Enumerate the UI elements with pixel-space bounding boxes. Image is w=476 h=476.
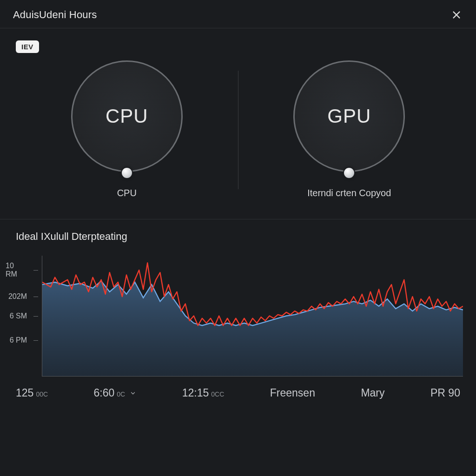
y-tick-label: 202M xyxy=(8,292,27,301)
x-tick-item: 12500C xyxy=(16,387,48,399)
x-tick-label: PR 90 xyxy=(430,387,460,399)
y-axis: 10 RM202M6 SM6 PM xyxy=(6,256,38,377)
x-tick-label: 12:15 xyxy=(182,387,209,399)
gauge-cpu[interactable]: CPU xyxy=(71,60,183,172)
mode-chip[interactable]: IEV xyxy=(16,40,39,53)
y-tick-dash xyxy=(33,316,38,317)
y-tick: 6 PM xyxy=(6,336,38,344)
x-tick-item: PR 90 xyxy=(430,387,460,399)
x-tick-unit: 0CC xyxy=(211,390,224,398)
gauge-label: GPU xyxy=(293,60,405,172)
y-tick: 202M xyxy=(6,292,38,301)
y-tick-label: 6 SM xyxy=(10,312,27,320)
gauge-cpu-cell: CPU CPU xyxy=(16,57,238,198)
x-tick-unit: 00C xyxy=(36,390,48,398)
y-tick-dash xyxy=(33,340,38,341)
close-button[interactable] xyxy=(450,8,463,21)
chart-section: Ideal IXulull Dterpteating 10 RM202M6 SM… xyxy=(0,219,476,399)
y-tick-label: 10 RM xyxy=(6,262,27,278)
gauge-knob[interactable] xyxy=(344,168,354,178)
x-tick-item: Mary xyxy=(361,387,384,399)
y-tick: 6 SM xyxy=(6,312,38,320)
y-tick: 10 RM xyxy=(6,262,38,278)
chevron-down-icon xyxy=(130,387,136,399)
x-tick-label: Mary xyxy=(361,387,384,399)
gauge-gpu[interactable]: GPU xyxy=(293,60,405,172)
gauges-row: CPU CPU GPU Iterndi crten Copyod xyxy=(16,57,460,212)
x-tick-item: 12:150CC xyxy=(182,387,225,399)
window-header: AduisUdeni Hours xyxy=(0,0,476,28)
chart-area: 10 RM202M6 SM6 PM xyxy=(42,256,463,377)
x-tick-item: Freensen xyxy=(270,387,315,399)
chart-svg xyxy=(42,256,463,376)
close-icon xyxy=(451,10,462,20)
x-tick-label: 6:60 xyxy=(94,387,115,399)
x-tick-label: Freensen xyxy=(270,387,315,399)
gauge-caption: Iterndi crten Copyod xyxy=(307,188,391,198)
gauges-panel: IEV CPU CPU GPU Iterndi crten Copyod xyxy=(0,28,476,216)
x-tick-item[interactable]: 6:600C xyxy=(94,387,137,399)
y-tick-label: 6 PM xyxy=(10,336,27,344)
y-tick-dash xyxy=(33,270,38,271)
window-title: AduisUdeni Hours xyxy=(13,9,97,21)
chart-area-fill xyxy=(42,281,463,376)
gauge-gpu-cell: GPU Iterndi crten Copyod xyxy=(238,57,461,198)
chart-title: Ideal IXulull Dterpteating xyxy=(0,231,476,243)
x-axis-bar: 12500C6:600C12:150CCFreensenMaryPR 90 xyxy=(0,377,476,399)
x-tick-label: 125 xyxy=(16,387,33,399)
gauge-label: CPU xyxy=(71,60,183,172)
chart-plot[interactable] xyxy=(42,256,463,377)
x-tick-unit: 0C xyxy=(117,390,125,398)
gauge-knob[interactable] xyxy=(122,168,132,178)
gauge-caption: CPU xyxy=(117,188,137,198)
y-tick-dash xyxy=(33,297,38,297)
